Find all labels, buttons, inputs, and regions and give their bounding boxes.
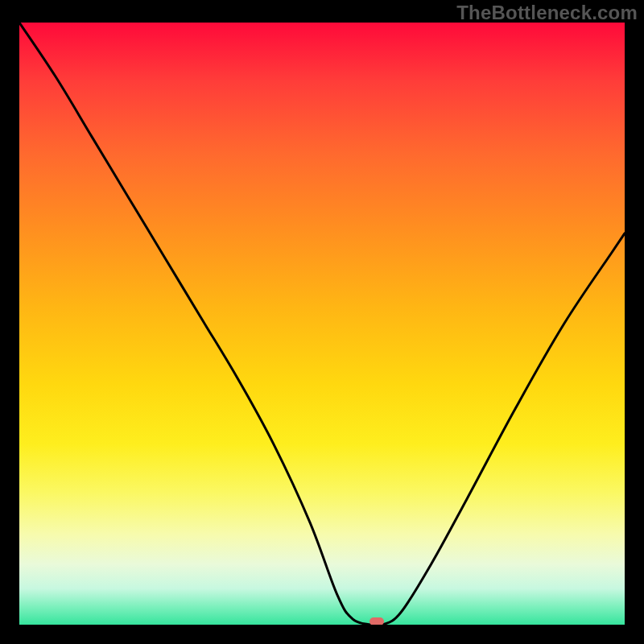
- optimum-marker: [369, 617, 384, 625]
- plot-area: [19, 23, 625, 625]
- bottleneck-curve: [19, 23, 625, 625]
- curve-path: [19, 23, 625, 625]
- chart-frame: TheBottleneck.com: [0, 0, 644, 644]
- watermark-text: TheBottleneck.com: [456, 2, 638, 24]
